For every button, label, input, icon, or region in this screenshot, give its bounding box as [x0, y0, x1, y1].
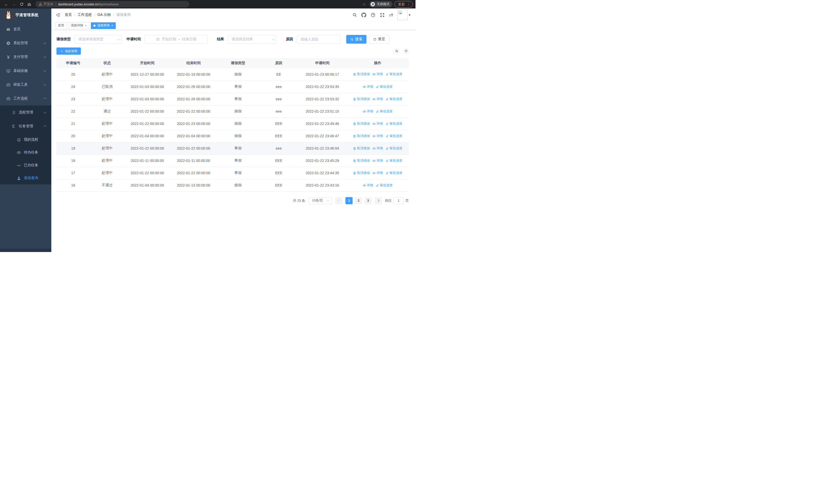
security-label[interactable]: 不安全 [44, 2, 56, 6]
sidebar-logo[interactable]: 芋道管理系统 [0, 8, 51, 21]
cell-apply: 2022-01-22 23:44:35 [298, 167, 346, 179]
sidebar-item-系统管理[interactable]: 系统管理 [0, 36, 51, 50]
sidebar-item-支付管理[interactable]: 支付管理 [0, 50, 51, 64]
breadcrumb-item[interactable]: OA 示例 [97, 12, 111, 17]
progress-action-link[interactable]: 审批进度 [385, 158, 402, 163]
cell-end: 2022-01-19 00:00:00 [170, 68, 217, 81]
progress-action-link[interactable]: 审批进度 [376, 109, 393, 114]
progress-action-link[interactable]: 审批进度 [376, 85, 393, 89]
fullscreen-icon[interactable] [380, 12, 385, 18]
search-button[interactable]: 搜索 [346, 35, 367, 43]
sidebar-item-首页[interactable]: 首页 [0, 22, 51, 36]
detail-action-link[interactable]: 详情 [363, 85, 373, 89]
cancel-action-link[interactable]: 取消请假 [353, 158, 370, 163]
sidebar-collapse-icon[interactable] [55, 12, 61, 18]
browser-forward-button[interactable]: → [10, 1, 18, 8]
browser-home-button[interactable] [26, 1, 33, 8]
user-avatar[interactable] [398, 10, 408, 20]
sidebar-item-基础设施[interactable]: 基础设施 [0, 64, 51, 78]
detail-eye-icon [363, 184, 366, 187]
action-label: 审批进度 [390, 158, 402, 163]
progress-action-link[interactable]: 审批进度 [385, 72, 402, 77]
cancel-action-link[interactable]: 取消请假 [353, 97, 370, 101]
chevron-down-icon [44, 83, 46, 86]
leave-type-select[interactable]: 请选择请假类型 [75, 35, 122, 43]
table-body: 25处理中2021-12-27 00:00:002022-01-19 00:00… [56, 68, 409, 191]
page-button-2[interactable]: 2 [355, 197, 362, 204]
sidebar-item-流程管理[interactable]: 流程管理 [0, 106, 51, 119]
goto-page-input[interactable] [394, 197, 404, 204]
action-label: 详情 [367, 109, 373, 114]
action-label: 详情 [376, 97, 383, 101]
detail-action-link[interactable]: 详情 [363, 183, 373, 187]
detail-action-link[interactable]: 详情 [372, 134, 383, 138]
create-leave-button[interactable]: ＋ 发起请假 [56, 48, 81, 55]
detail-eye-icon [363, 85, 366, 89]
page-button-1[interactable]: 1 [345, 197, 353, 204]
breadcrumb-item: 请假查询 [116, 12, 131, 17]
browser-back-button[interactable]: ← [3, 1, 10, 8]
breadcrumb-item[interactable]: 工作流程 [78, 12, 92, 17]
cell-status: 不通过 [90, 179, 124, 191]
sidebar-item-已办任务[interactable]: 已办任务 [0, 159, 51, 172]
avatar-dropdown-caret-icon[interactable]: ▼ [408, 13, 411, 17]
detail-action-link[interactable]: 详情 [372, 122, 383, 126]
browser-update-button[interactable]: 更新 ⋮ [395, 1, 413, 8]
cancel-action-link[interactable]: 取消请假 [353, 171, 370, 175]
font-size-icon[interactable]: TT [389, 13, 393, 17]
detail-action-link[interactable]: 详情 [363, 109, 373, 114]
breadcrumb-item[interactable]: 首页 [65, 12, 72, 17]
sidebar-item-我的流程[interactable]: 我的流程 [0, 133, 51, 146]
detail-action-link[interactable]: 详情 [372, 158, 383, 163]
progress-action-link[interactable]: 审批进度 [385, 171, 402, 175]
sidebar-item-研发工具[interactable]: 研发工具 [0, 78, 51, 92]
table-row: 24已取消2022-01-03 00:00:002022-01-26 00:00… [56, 81, 409, 93]
refresh-icon [373, 38, 376, 41]
column-header: 申请编号 [56, 58, 90, 68]
page-size-select[interactable]: 10条/页 [309, 197, 332, 204]
bookmark-star-icon[interactable]: ☆ [361, 2, 367, 7]
progress-action-link[interactable]: 审批进度 [385, 134, 402, 138]
sidebar-item-请假查询[interactable]: 请假查询 [0, 172, 51, 184]
apply-time-range-picker[interactable]: 开始日期 - 结束日期 [145, 35, 208, 43]
page-button-3[interactable]: 3 [365, 197, 372, 204]
tag-view-tab-首页[interactable]: 首页 [55, 22, 67, 29]
tab-close-icon[interactable]: × [85, 24, 87, 27]
cancel-action-link[interactable]: 取消请假 [353, 134, 370, 138]
reset-button[interactable]: 重置 [369, 35, 389, 43]
cancel-action-link[interactable]: 取消请假 [353, 122, 370, 126]
cell-type: 事假 [217, 154, 259, 167]
sidebar-item-待办任务[interactable]: 待办任务 [0, 146, 51, 159]
sidebar-item-任务管理[interactable]: 任务管理 [0, 119, 51, 133]
browser-menu-icon[interactable]: ⋮ [407, 2, 410, 6]
tab-close-icon[interactable]: × [111, 24, 113, 27]
progress-action-link[interactable]: 审批进度 [376, 183, 393, 187]
tag-view-tab-流程详情[interactable]: 流程详情× [68, 22, 89, 29]
cell-type: 病假 [217, 68, 259, 81]
progress-action-link[interactable]: 审批进度 [385, 97, 402, 101]
detail-action-link[interactable]: 详情 [372, 72, 383, 77]
next-page-button[interactable] [375, 197, 382, 204]
address-bar[interactable]: 不安全 dashboard.yudao.iocoder.cn/bpm/oa/le… [35, 1, 190, 7]
show-search-toggle-button[interactable] [394, 48, 400, 54]
reason-input-wrap [297, 35, 341, 43]
progress-action-link[interactable]: 审批进度 [385, 122, 402, 126]
cancel-action-link[interactable]: 取消请假 [353, 146, 370, 151]
sidebar-item-工作流程[interactable]: 工作流程 [0, 92, 51, 106]
detail-action-link[interactable]: 详情 [372, 146, 383, 151]
tag-view-tab-请假查询[interactable]: 请假查询× [91, 22, 116, 29]
refresh-table-button[interactable] [403, 48, 409, 54]
cell-id: 19 [56, 142, 90, 154]
prev-page-button[interactable] [335, 197, 342, 204]
detail-action-link[interactable]: 详情 [372, 171, 383, 175]
browser-reload-button[interactable] [18, 1, 25, 8]
progress-action-link[interactable]: 审批进度 [385, 146, 402, 151]
header-search-icon[interactable] [352, 12, 357, 17]
help-icon[interactable] [371, 12, 375, 18]
reason-input[interactable] [300, 37, 337, 41]
cancel-action-link[interactable]: 取消请假 [353, 72, 370, 77]
result-select[interactable]: 请选择流结果 [228, 35, 277, 43]
incognito-icon [371, 2, 375, 6]
github-icon[interactable] [361, 12, 366, 18]
detail-action-link[interactable]: 详情 [372, 97, 383, 101]
